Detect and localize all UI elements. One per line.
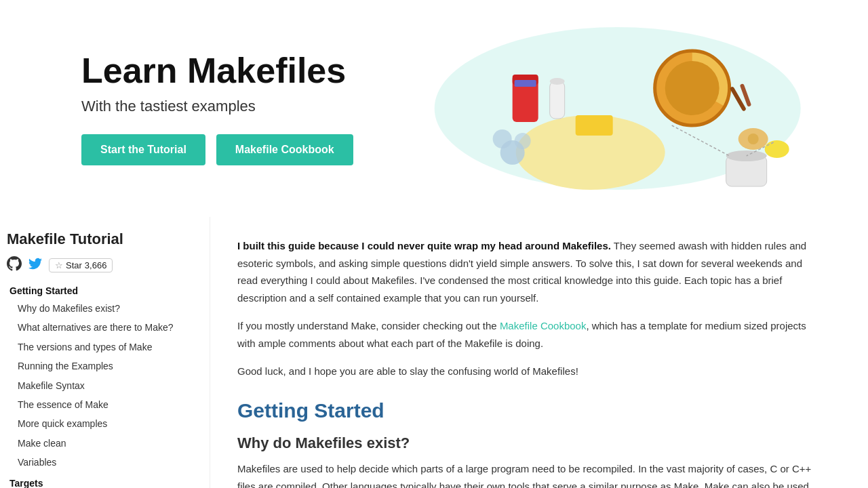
github-icon[interactable]	[7, 256, 22, 274]
hero-title: Learn Makefiles	[81, 52, 353, 90]
nav-section-targets: Targets	[7, 478, 203, 488]
svg-rect-7	[575, 115, 612, 136]
sidebar-icons: ☆ Star 3,666	[7, 256, 203, 274]
nav-section-getting-started: Getting Started	[7, 285, 203, 296]
star-icon: ☆	[55, 260, 63, 270]
twitter-icon[interactable]	[28, 257, 42, 274]
sidebar: Makefile Tutorial ☆ Star 3,666 Getting S…	[0, 217, 210, 488]
nav-item-quick-examples[interactable]: More quick examples	[7, 414, 203, 433]
main-content: I built this guide because I could never…	[210, 217, 861, 488]
hero-subtitle: With the tastiest examples	[81, 98, 353, 115]
nav-item-variables[interactable]: Variables	[7, 453, 203, 472]
why-makefiles-heading: Why do Makefiles exist?	[237, 434, 821, 452]
nav-item-make-clean[interactable]: Make clean	[7, 434, 203, 453]
nav-item-alternatives[interactable]: What alternatives are there to Make?	[7, 318, 203, 337]
nav-item-why-makefiles[interactable]: Why do Makefiles exist?	[7, 299, 203, 318]
svg-rect-4	[514, 80, 536, 87]
hero-section: Learn Makefiles With the tastiest exampl…	[0, 0, 868, 217]
nav-item-running-examples[interactable]: Running the Examples	[7, 357, 203, 375]
start-tutorial-button[interactable]: Start the Tutorial	[81, 134, 205, 165]
hero-illustration	[380, 20, 827, 197]
svg-point-9	[665, 61, 719, 115]
svg-point-13	[514, 133, 530, 149]
intro-paragraph-1: I built this guide because I could never…	[237, 237, 821, 306]
page-wrapper: Learn Makefiles With the tastiest exampl…	[0, 0, 868, 488]
svg-point-12	[492, 129, 511, 148]
makefile-cookbook-button[interactable]: Makefile Cookbook	[216, 134, 353, 165]
getting-started-heading: Getting Started	[237, 399, 821, 422]
svg-point-6	[549, 78, 564, 85]
hero-buttons: Start the Tutorial Makefile Cookbook	[81, 134, 353, 165]
star-count: 3,666	[85, 260, 107, 270]
svg-point-15	[747, 134, 758, 144]
star-label: Star	[66, 260, 82, 270]
intro-bold: I built this guide because I could never…	[237, 240, 611, 251]
nav-item-syntax[interactable]: Makefile Syntax	[7, 376, 203, 395]
nav-item-versions[interactable]: The versions and types of Make	[7, 338, 203, 357]
intro2-pre: If you mostly understand Make, consider …	[237, 320, 500, 331]
intro-paragraph-3: Good luck, and I hope you are able to sl…	[237, 363, 821, 380]
hero-text: Learn Makefiles With the tastiest exampl…	[81, 52, 353, 165]
svg-point-16	[764, 140, 789, 158]
star-badge[interactable]: ☆ Star 3,666	[49, 258, 113, 272]
intro-paragraph-2: If you mostly understand Make, consider …	[237, 317, 821, 352]
makefiles-paragraph-1: Makefiles are used to help decide which …	[237, 460, 821, 489]
svg-rect-5	[549, 81, 564, 119]
content-area: Makefile Tutorial ☆ Star 3,666 Getting S…	[0, 217, 868, 488]
sidebar-title: Makefile Tutorial	[7, 230, 203, 248]
nav-item-essence[interactable]: The essence of Make	[7, 395, 203, 414]
makefile-cookbook-link[interactable]: Makefile Cookbook	[500, 320, 587, 331]
hero-svg	[380, 20, 827, 197]
